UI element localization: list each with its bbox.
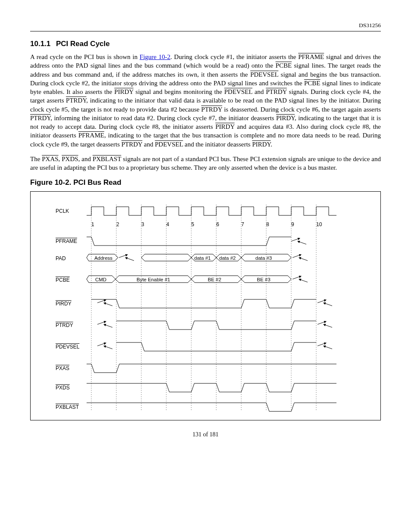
text: and the initiator deasserts [183, 141, 252, 148]
signal-ptrdy: PTRDY [201, 106, 222, 113]
text: is deasserted. During clock cycle #6, th… [222, 106, 381, 113]
row-label-pframe: PFRAME [56, 238, 77, 245]
pad-data1: data #1 [191, 255, 214, 262]
signal-pxas: PXAS [42, 156, 58, 162]
pcbe-be2: BE #2 [193, 277, 236, 283]
document-id-header: DS31256 [30, 22, 381, 31]
paragraph-2: The PXAS, PXDS, and PXBLAST signals are … [30, 155, 381, 172]
pcbe-be1: Byte Enable #1 [119, 277, 188, 283]
row-label-pxds: PXDS [56, 384, 70, 391]
pad-address: Address [91, 255, 116, 262]
row-label-pcbe: PCBE [56, 277, 70, 283]
text: , and [78, 156, 93, 162]
clk-num-9: 9 [291, 221, 294, 228]
clk-num-5: 5 [191, 221, 194, 228]
clk-num-2: 2 [116, 221, 119, 228]
clk-num-3: 3 [141, 221, 144, 228]
section-title: PCI Read Cycle [56, 40, 110, 48]
signal-pdevsel: PDEVSEL [250, 71, 278, 78]
text: A read cycle on the PCI bus is shown in [30, 53, 140, 60]
pad-data2: data #2 [216, 255, 239, 262]
clk-num-6: 6 [216, 221, 219, 228]
clk-num-10: 10 [316, 221, 322, 228]
pad-data3: data #3 [243, 255, 284, 262]
signal-pdevsel: PDEVSEL [155, 141, 183, 148]
figure-10-2: PCLK PFRAME PAD PCBE PIRDY PTRDY PDEVSEL… [30, 191, 381, 420]
row-label-pclk: PCLK [56, 208, 69, 215]
signal-pirdy: PIRDY [215, 123, 234, 130]
section-heading: 10.1.1 PCI Read Cycle [30, 39, 381, 49]
clk-num-4: 4 [166, 221, 169, 228]
signal-pframe: PFRAME [298, 53, 324, 60]
text: . [271, 141, 272, 148]
clk-num-7: 7 [241, 221, 244, 228]
clk-num-1: 1 [91, 221, 94, 228]
text: signal and begins monitoring the [134, 88, 224, 95]
text: and [142, 141, 155, 148]
figure-link[interactable]: Figure 10-2 [140, 53, 170, 60]
pcbe-cmd: CMD [91, 277, 110, 283]
signal-pirdy: PIRDY [114, 88, 133, 95]
row-label-pirdy: PIRDY [56, 300, 72, 307]
pcbe-be3: BE #3 [243, 277, 284, 283]
page-footer: 131 of 181 [30, 431, 381, 439]
clk-num-8: 8 [266, 221, 269, 228]
signal-pirdy: PIRDY [276, 115, 295, 121]
figure-title: Figure 10-2. PCI Bus Read [30, 178, 381, 188]
signal-pxblast: PXBLAST [93, 156, 121, 162]
row-label-pdevsel: PDEVSEL [56, 343, 79, 350]
paragraph-1: A read cycle on the PCI bus is shown in … [30, 53, 381, 149]
signal-pcbe: PCBE [276, 62, 292, 69]
signal-pcbe: PCBE [304, 80, 321, 87]
signal-pframe: PFRAME [78, 132, 104, 139]
signal-ptrdy: PTRDY [121, 141, 143, 148]
row-label-pxblast: PXBLAST [56, 404, 79, 411]
signal-pxds: PXDS [62, 156, 78, 162]
row-label-ptrdy: PTRDY [56, 322, 73, 329]
signal-ptrdy: PTRDY [266, 88, 287, 95]
signal-pirdy: PIRDY [252, 141, 271, 148]
text: , informing the initiator to read data #… [50, 115, 276, 121]
text: and [252, 88, 266, 95]
row-label-pxas: PXAS [56, 365, 69, 372]
signal-pdevsel: PDEVSEL [224, 88, 252, 95]
text: The [30, 156, 42, 162]
section-number: 10.1.1 [30, 40, 50, 48]
text: . During clock cycle #1, the initiator a… [171, 53, 299, 60]
row-label-pad: PAD [56, 255, 66, 262]
signal-ptrdy: PTRDY [66, 97, 86, 104]
signal-ptrdy: PTRDY [30, 115, 50, 121]
timing-diagram-svg [31, 192, 380, 420]
